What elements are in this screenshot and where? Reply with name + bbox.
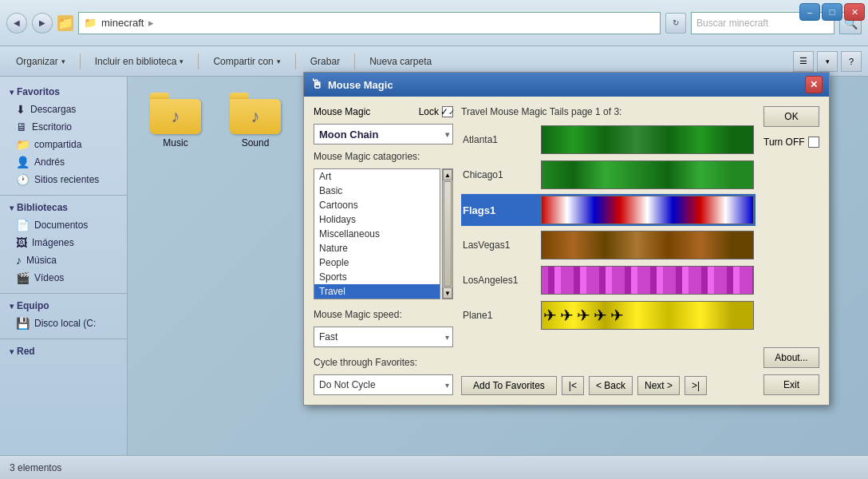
category-people[interactable]: People bbox=[314, 255, 440, 270]
favorites-header: Favoritos bbox=[0, 83, 127, 101]
dialog-right-panel: Travel Mouse Magic Tails page 1 of 3: At… bbox=[461, 106, 756, 395]
turn-off-area: Turn OFF bbox=[763, 137, 819, 148]
sidebar-item-images[interactable]: 🖼 Imágenes bbox=[0, 234, 127, 251]
turn-off-checkbox[interactable] bbox=[808, 137, 819, 148]
scroll-thumb[interactable] bbox=[444, 181, 452, 287]
turn-off-label: Turn OFF bbox=[763, 137, 805, 148]
mouse-magic-dialog: 🖱 Mouse Magic ✕ Mouse Magic Lock ✓ Moon … bbox=[303, 72, 830, 406]
category-nature[interactable]: Nature bbox=[314, 241, 440, 255]
sidebar-item-shared[interactable]: 📁 compartida bbox=[0, 136, 127, 153]
minimize-button[interactable]: – bbox=[799, 3, 820, 21]
sidebar: Favoritos ⬇ Descargas 🖥 Escritorio 📁 com… bbox=[0, 77, 128, 455]
nav-first-button[interactable]: |< bbox=[562, 376, 584, 395]
sidebar-divider2 bbox=[0, 293, 127, 294]
tail-item-lasvegas[interactable]: LasVegas1 bbox=[461, 229, 756, 261]
category-basic[interactable]: Basic bbox=[314, 184, 440, 198]
include-library-button[interactable]: Incluir en biblioteca ▾ bbox=[85, 53, 194, 70]
organize-button[interactable]: Organizar ▾ bbox=[6, 53, 75, 70]
address-input[interactable]: 📁 minecraft ▸ bbox=[78, 12, 661, 34]
nav-last-button[interactable]: >| bbox=[685, 376, 707, 395]
tail-name-atlanta: Atlanta1 bbox=[463, 134, 535, 145]
network-header: Red bbox=[0, 342, 127, 360]
status-bar: 3 elementos bbox=[0, 455, 868, 479]
sidebar-item-andres[interactable]: 👤 Andrés bbox=[0, 153, 127, 171]
category-holidays[interactable]: Holidays bbox=[314, 212, 440, 227]
lock-checkbox[interactable]: ✓ bbox=[442, 106, 453, 117]
mouse-magic-label: Mouse Magic bbox=[314, 106, 370, 117]
dialog-close-button[interactable]: ✕ bbox=[805, 76, 823, 93]
category-art[interactable]: Art bbox=[314, 169, 440, 184]
tail-name-chicago: Chicago1 bbox=[463, 169, 535, 180]
disk-icon: 💾 bbox=[16, 317, 30, 330]
new-folder-button[interactable]: Nueva carpeta bbox=[360, 53, 441, 70]
sidebar-item-videos[interactable]: 🎬 Vídeos bbox=[0, 269, 127, 287]
tail-dropdown[interactable]: Moon Chain ▾ bbox=[314, 124, 453, 144]
address-icon: 📁 bbox=[84, 17, 97, 29]
burn-button[interactable]: Grabar bbox=[301, 53, 349, 70]
sidebar-item-disk[interactable]: 💾 Disco local (C: bbox=[0, 315, 127, 332]
sidebar-item-downloads[interactable]: ⬇ Descargas bbox=[0, 101, 127, 118]
scroll-up-button[interactable]: ▲ bbox=[443, 169, 452, 180]
tail-item-plane[interactable]: Plane1 ✈ ✈ ✈ ✈ ✈ bbox=[461, 299, 756, 331]
tail-item-flags[interactable]: Flags1 bbox=[461, 194, 756, 226]
exit-button[interactable]: Exit bbox=[763, 374, 819, 395]
main-window: – □ ✕ ◀ ▶ 📁 📁 minecraft ▸ ↻ Buscar minec… bbox=[0, 0, 868, 479]
categories-scrollbar[interactable]: ▲ ▼ bbox=[442, 168, 453, 299]
sidebar-item-recent[interactable]: 🕐 Sitios recientes bbox=[0, 171, 127, 188]
categories-label: Mouse Magic catagories: bbox=[314, 151, 453, 162]
about-button[interactable]: About... bbox=[763, 347, 819, 368]
nav-back-button[interactable]: < Back bbox=[589, 376, 633, 395]
videos-icon: 🎬 bbox=[16, 271, 30, 284]
nav-next-button[interactable]: Next > bbox=[637, 376, 680, 395]
folder-sound[interactable]: ♪ Sound bbox=[223, 93, 287, 148]
tail-item-chicago[interactable]: Chicago1 bbox=[461, 159, 756, 191]
tails-list: Atlanta1 Chicago1 Flags1 L bbox=[461, 124, 756, 371]
folder-music-label: Music bbox=[163, 137, 187, 148]
maximize-button[interactable]: □ bbox=[822, 3, 842, 21]
tail-name-losangeles: LosAngeles1 bbox=[463, 275, 535, 286]
folder-music[interactable]: ♪ Music bbox=[144, 93, 207, 148]
organize-label: Organizar bbox=[16, 56, 58, 67]
libraries-section: Bibliotecas 📄 Documentos 🖼 Imágenes ♪ Mú… bbox=[0, 199, 127, 287]
dialog-action-buttons: OK Turn OFF About... Exit bbox=[763, 106, 819, 395]
cycle-dropdown[interactable]: Do Not Cycle ▾ bbox=[314, 374, 453, 395]
lock-area: Lock ✓ bbox=[419, 106, 453, 117]
cycle-label: Cycle through Favorites: bbox=[314, 357, 453, 368]
sidebar-item-music[interactable]: ♪ Música bbox=[0, 251, 127, 269]
view-list-button[interactable]: ☰ bbox=[793, 51, 814, 72]
refresh-button[interactable]: ↻ bbox=[665, 13, 686, 34]
add-favorites-button[interactable]: Add To Favorites bbox=[461, 376, 557, 395]
tail-preview-lasvegas bbox=[541, 231, 754, 259]
tail-item-losangeles[interactable]: LosAngeles1 bbox=[461, 264, 756, 296]
selected-tail-text: Moon Chain bbox=[319, 129, 378, 141]
ok-button[interactable]: OK bbox=[763, 106, 819, 127]
tail-preview-chicago bbox=[541, 160, 754, 189]
desktop-icon: 🖥 bbox=[16, 121, 27, 133]
dialog-titlebar: 🖱 Mouse Magic ✕ bbox=[304, 73, 829, 97]
sidebar-item-documents[interactable]: 📄 Documentos bbox=[0, 216, 127, 234]
sidebar-item-desktop[interactable]: 🖥 Escritorio bbox=[0, 118, 127, 136]
category-cartoons[interactable]: Cartoons bbox=[314, 198, 440, 212]
category-sports[interactable]: Sports bbox=[314, 270, 440, 284]
category-miscellaneous[interactable]: Miscellaneous bbox=[314, 227, 440, 241]
share-button[interactable]: Compartir con ▾ bbox=[203, 53, 290, 70]
scroll-down-button[interactable]: ▼ bbox=[443, 287, 452, 299]
close-button[interactable]: ✕ bbox=[844, 3, 865, 21]
recent-icon: 🕐 bbox=[16, 173, 30, 186]
speed-dropdown[interactable]: Fast ▾ bbox=[314, 327, 453, 347]
tail-item-atlanta[interactable]: Atlanta1 bbox=[461, 124, 756, 156]
forward-button[interactable]: ▶ bbox=[32, 13, 53, 34]
view-details-button[interactable]: ▾ bbox=[817, 51, 838, 72]
tail-name-lasvegas: LasVegas1 bbox=[463, 240, 535, 251]
organize-arrow-icon: ▾ bbox=[61, 57, 65, 65]
back-button[interactable]: ◀ bbox=[6, 13, 27, 34]
search-placeholder: Buscar minecraft bbox=[696, 18, 768, 29]
folder-icon-small: 📁 bbox=[57, 15, 73, 31]
page-info: Travel Mouse Magic Tails page 1 of 3: bbox=[461, 106, 756, 117]
category-travel[interactable]: Travel bbox=[314, 284, 440, 299]
speed-value: Fast bbox=[319, 331, 337, 342]
folder-music-icon: ♪ bbox=[150, 93, 201, 134]
help-button[interactable]: ? bbox=[841, 51, 862, 72]
speed-arrow-icon: ▾ bbox=[445, 333, 449, 342]
tail-name-flags: Flags1 bbox=[463, 204, 535, 216]
